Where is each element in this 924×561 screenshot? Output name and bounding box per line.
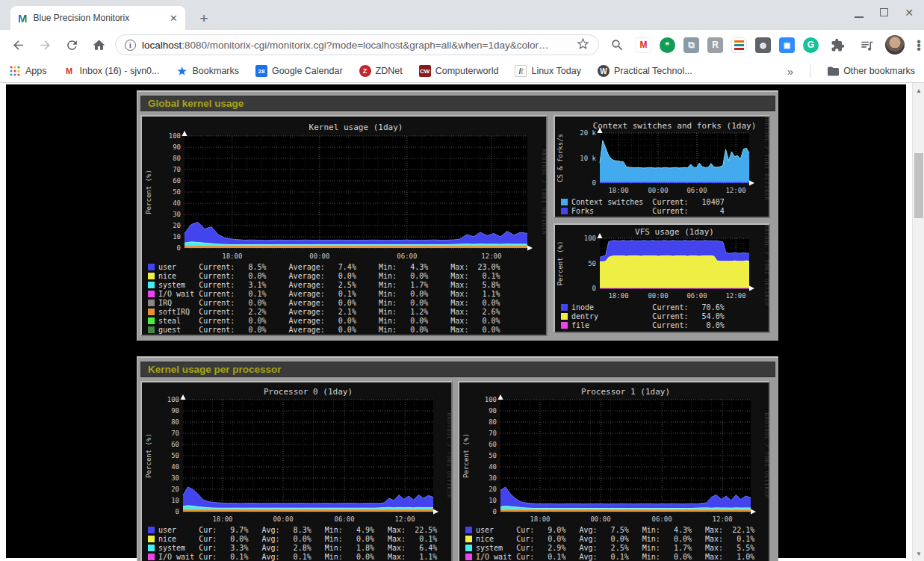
home-button[interactable] <box>88 34 109 55</box>
page-viewport: Global kernel usage 18:0000:0006:0012:00… <box>0 83 924 561</box>
r-extension-icon[interactable]: R <box>707 37 723 53</box>
lighthouse-extension-icon[interactable]: ◍ <box>755 37 771 53</box>
legend-text: softIRQ Current: 2.2% Average: 2.1% Min:… <box>158 308 500 316</box>
svg-text:10 k: 10 k <box>580 155 596 162</box>
calendar-icon: 28 <box>255 65 267 77</box>
legend-row: I/O wait Cur: 0.1% Avg: 0.1% Min: 0.0% M… <box>148 553 437 561</box>
tab-title: Blue Precision Monitorix <box>34 13 164 23</box>
wordpress-icon: W <box>598 65 610 77</box>
back-button[interactable] <box>7 34 28 55</box>
browser-toolbar: i localhost:8080/monitorix-cgi/monitorix… <box>0 30 924 60</box>
svg-text:06:00: 06:00 <box>686 292 707 300</box>
svg-text:CS & forks/s: CS & forks/s <box>556 134 564 182</box>
browser-tab[interactable]: M Blue Precision Monitorix ✕ <box>10 6 185 30</box>
scrollbar-down-arrow[interactable]: ▼ <box>913 548 924 560</box>
svg-text:06:00: 06:00 <box>335 515 355 523</box>
bookmark-inbox[interactable]: M Inbox (16) - sjvn0... <box>63 65 160 77</box>
svg-text:Context switches and forks (1: Context switches and forks (1day) <box>593 121 757 131</box>
page-scrollbar[interactable]: ▲ ▼ <box>912 83 924 561</box>
browser-menu-icon[interactable]: ••• <box>913 40 924 51</box>
svg-text:06:00: 06:00 <box>686 187 707 194</box>
svg-text:50: 50 <box>171 452 179 459</box>
bookmarks-divider <box>810 64 810 78</box>
vfs-usage-graph[interactable]: 18:0000:0006:0012:00050100VFS usage (1da… <box>554 223 770 333</box>
copy-pages-extension-icon[interactable]: ⧉ <box>683 37 699 53</box>
new-tab-button[interactable]: + <box>196 10 212 27</box>
section-title: Kernel usage per processor <box>148 364 282 375</box>
context-switches-graph[interactable]: 18:0000:0006:0012:00010 k20 kContext swi… <box>554 115 770 218</box>
bookmark-apps[interactable]: Apps <box>9 65 47 77</box>
minimize-button[interactable] <box>855 7 863 18</box>
maximize-button[interactable] <box>880 7 888 18</box>
svg-text:00:00: 00:00 <box>273 515 293 523</box>
legend-swatch-icon <box>465 527 472 533</box>
svg-text:70: 70 <box>171 430 179 437</box>
hangouts-extension-icon[interactable]: ❞ <box>660 37 675 53</box>
bookmark-star-icon[interactable] <box>577 37 589 53</box>
svg-text:10: 10 <box>171 497 179 504</box>
bookmark-bookmarks[interactable]: ★ Bookmarks <box>176 65 240 77</box>
books-extension-icon[interactable] <box>731 37 747 53</box>
other-bookmarks-button[interactable]: Other bookmarks <box>827 65 915 77</box>
gmail-icon: M <box>63 65 75 77</box>
legend-row: user Cur: 9.7% Avg: 8.3% Min: 4.9% Max: … <box>148 526 437 534</box>
bookmark-google-calendar[interactable]: 28 Google Calendar <box>255 65 343 77</box>
legend-text: inode Current: 70.6% <box>571 303 725 312</box>
legend-swatch-icon <box>148 554 155 560</box>
scrollbar-up-arrow[interactable]: ▲ <box>913 84 924 96</box>
legend-row: system Current: 3.1% Average: 2.5% Min: … <box>148 281 500 289</box>
svg-text:12:00: 12:00 <box>725 292 745 300</box>
folder-icon <box>827 65 839 77</box>
page-info-icon[interactable]: i <box>125 40 136 51</box>
bookmarks-overflow-chevron[interactable]: » <box>787 65 793 78</box>
svg-text:10: 10 <box>489 497 497 504</box>
svg-text:Kernel usage (1day): Kernel usage (1day) <box>309 123 403 132</box>
legend-text: guest Current: 0.0% Average: 0.0% Min: 0… <box>158 326 500 334</box>
svg-text:00:00: 00:00 <box>309 252 329 260</box>
grammarly-extension-icon[interactable]: G <box>803 37 819 53</box>
svg-text:Percent (%): Percent (%) <box>145 433 152 478</box>
legend-swatch-icon <box>148 264 155 270</box>
extensions-puzzle-icon[interactable] <box>827 34 848 55</box>
svg-text:Processor 0 (1day): Processor 0 (1day) <box>264 387 353 397</box>
svg-text:06:00: 06:00 <box>652 515 672 523</box>
url-text: localhost:8080/monitorix-cgi/monitorix.c… <box>142 40 571 51</box>
kernel-usage-graph[interactable]: 18:0000:0006:0012:0001020304050607080901… <box>140 115 548 336</box>
legend-text: Forks Current: 4 <box>571 207 725 215</box>
forward-button[interactable] <box>34 34 55 55</box>
close-button[interactable]: ✕ <box>905 7 914 18</box>
svg-text:18:00: 18:00 <box>608 187 628 194</box>
bookmark-computerworld[interactable]: CW Computerworld <box>419 65 499 77</box>
section-title: Global kernel usage <box>148 98 244 109</box>
legend-text: IRQ Current: 0.0% Average: 0.0% Min: 0.0… <box>158 299 500 307</box>
svg-text:18:00: 18:00 <box>212 515 232 523</box>
svg-text:00:00: 00:00 <box>648 187 668 194</box>
address-bar[interactable]: i localhost:8080/monitorix-cgi/monitorix… <box>115 34 599 55</box>
zoom-extension-icon[interactable]: ▣ <box>779 37 795 53</box>
svg-text:10: 10 <box>173 233 181 241</box>
legend-swatch-icon <box>561 313 568 320</box>
bookmark-practical-technology[interactable]: W Practical Technol... <box>598 65 692 77</box>
svg-text:0: 0 <box>493 508 497 515</box>
svg-text:RRDTOOL / TOBI OETIKER: RRDTOOL / TOBI OETIKER <box>763 117 769 201</box>
legend-swatch-icon <box>561 199 568 205</box>
processor-1-graph[interactable]: 18:0000:0006:0012:0001020304050607080901… <box>458 381 770 561</box>
bookmark-zdnet[interactable]: Z ZDNet <box>359 65 403 77</box>
legend-row: user Cur: 9.0% Avg: 7.5% Min: 4.3% Max: … <box>465 526 754 534</box>
gmail-extension-icon[interactable]: M <box>636 37 651 53</box>
processor-0-graph[interactable]: 18:0000:0006:0012:0001020304050607080901… <box>140 381 453 561</box>
profile-avatar[interactable] <box>885 35 905 55</box>
svg-text:Percent (%): Percent (%) <box>145 170 152 214</box>
tab-close-icon[interactable]: ✕ <box>170 13 178 23</box>
media-queue-icon[interactable] <box>856 34 877 55</box>
bookmark-linux-today[interactable]: lt Linux Today <box>515 65 581 77</box>
search-extension-icon[interactable] <box>607 34 627 55</box>
scrollbar-thumb[interactable] <box>914 153 923 218</box>
tab-strip: M Blue Precision Monitorix ✕ + ✕ <box>0 0 924 30</box>
legend-swatch-icon <box>148 545 155 551</box>
svg-text:RRDTOOL / TOBI OETIKER: RRDTOOL / TOBI OETIKER <box>541 149 546 235</box>
svg-text:50: 50 <box>588 260 596 267</box>
legend-swatch-icon <box>148 282 155 288</box>
monitorix-favicon-icon: M <box>18 12 28 25</box>
reload-button[interactable] <box>61 34 82 55</box>
